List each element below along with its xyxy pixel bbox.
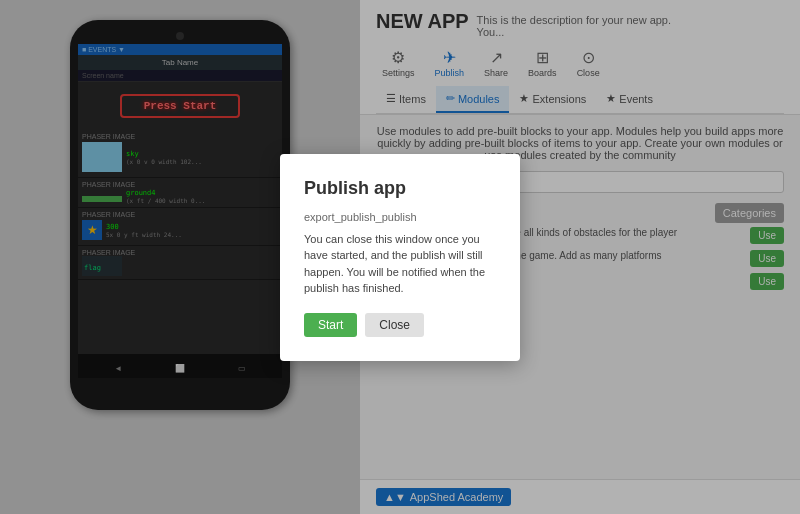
modal-body: You can close this window once you have … (304, 231, 496, 297)
publish-modal: Publish app export_publish_publish You c… (280, 154, 520, 361)
modal-buttons: Start Close (304, 313, 496, 337)
modal-export-label: export_publish_publish (304, 211, 496, 223)
modal-start-button[interactable]: Start (304, 313, 357, 337)
modal-close-button[interactable]: Close (365, 313, 424, 337)
modal-overlay[interactable]: Publish app export_publish_publish You c… (0, 0, 800, 514)
modal-title: Publish app (304, 178, 496, 199)
